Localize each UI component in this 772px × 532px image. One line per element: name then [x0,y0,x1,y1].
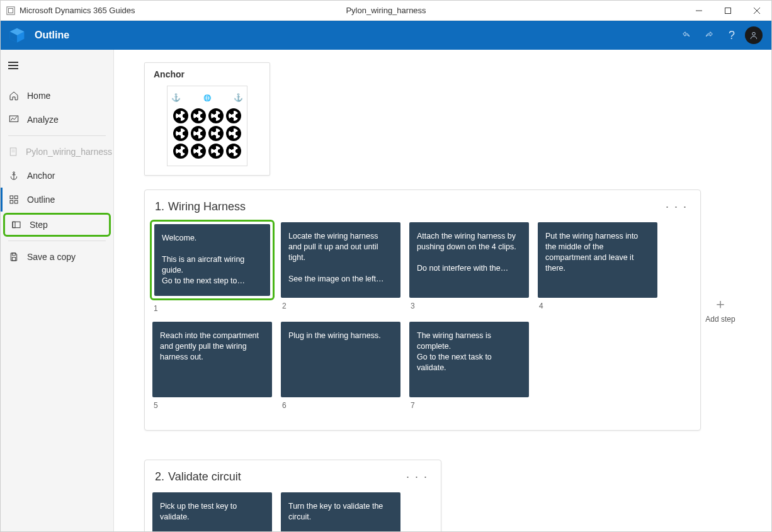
svg-rect-3 [725,8,731,13]
svg-rect-20 [14,200,18,203]
svg-point-9 [752,32,756,35]
sidebar-item-label: Pylon_wiring_harness [26,147,112,157]
step-card[interactable]: Plug in the wiring harness. [281,322,400,397]
globe-icon: 🌐 [203,94,211,101]
step-card-text: Welcome. This is an aircraft wiring guid… [154,224,270,296]
svg-rect-21 [13,222,20,227]
step-card[interactable]: Locate the wiring harness and pull it up… [281,222,400,298]
sidebar-separator [8,241,106,241]
step-card-text: Attach the wiring harness by pushing dow… [417,232,516,273]
svg-rect-0 [7,6,14,14]
task-more-button[interactable]: · · · [404,470,431,484]
svg-rect-1 [9,8,13,13]
sidebar-item-step[interactable]: Step [3,213,111,237]
marker-dot-icon [208,126,224,141]
anchor-icon [8,170,20,181]
undo-button[interactable] [677,26,696,45]
sidebar-item-save-copy[interactable]: Save a copy [1,245,113,269]
step-card-text: Put the wiring harness into the middle o… [545,232,638,273]
step-card-text: The wiring harness is complete. Go to th… [417,331,492,372]
step-number: 2 [282,302,409,310]
task-number: 2. [155,470,164,484]
marker-dot-icon [191,144,206,159]
svg-rect-23 [12,253,15,255]
step-number: 5 [154,401,281,410]
step-number: 6 [282,401,409,410]
marker-dot-icon [226,108,241,123]
step-icon [11,219,22,230]
anchor-marker-icon: ⚓ [171,93,181,102]
step-card[interactable]: Attach the wiring harness by pushing dow… [409,222,529,298]
sidebar-separator [8,135,106,136]
guides-logo-icon [8,26,26,44]
content-area: Anchor ⚓ 🌐 ⚓ 1. Wiring Harness · · · [114,50,771,531]
step-card-text: Turn the key to validate the circuit. [288,502,383,521]
anchor-preview: ⚓ 🌐 ⚓ [167,86,247,166]
step-card[interactable]: Put the wiring harness into the middle o… [538,222,657,298]
svg-rect-17 [10,196,13,199]
step-number: 3 [411,302,538,310]
analyze-icon [8,114,20,125]
step-card-text: Reach into the compartment and gently pu… [160,331,259,361]
sidebar-item-label: Outline [27,195,55,205]
marker-dot-icon [208,108,224,123]
app-bar: Outline ? [1,21,771,50]
step-number: 4 [539,302,666,310]
svg-rect-22 [13,222,15,227]
hamburger-menu-button[interactable] [1,54,113,77]
task-name[interactable]: Wiring Harness [168,200,246,213]
task-number: 1. [155,200,164,213]
add-step-button[interactable]: ＋ Add step [701,297,739,324]
marker-dot-icon [173,126,188,141]
document-icon [8,146,18,157]
step-card[interactable]: Turn the key to validate the circuit. [281,492,400,531]
task-name[interactable]: Validate circuit [168,470,241,484]
anchor-marker-icon: ⚓ [234,93,243,102]
sidebar-item-anchor[interactable]: Anchor [1,164,113,188]
task-panel-2: 2. Validate circuit · · · Pick up the te… [144,460,441,531]
step-card[interactable]: The wiring harness is complete. Go to th… [409,322,529,397]
marker-dot-icon [191,108,206,123]
step-card-text: Locate the wiring harness and pull it up… [288,232,383,283]
add-step-label: Add step [701,315,739,324]
user-avatar[interactable] [745,26,763,44]
sidebar-item-home[interactable]: Home [1,84,113,108]
app-name: Microsoft Dynamics 365 Guides [20,6,135,15]
maximize-button[interactable] [713,1,742,20]
sidebar: Home Analyze Pylon_wiring_harness Anchor [1,50,114,531]
minimize-button[interactable] [684,1,713,20]
marker-dot-icon [173,144,188,159]
svg-point-14 [13,172,15,174]
marker-dot-icon [191,126,206,141]
window-titlebar: Microsoft Dynamics 365 Guides Pylon_wiri… [1,1,771,21]
save-icon [8,251,20,263]
home-icon [8,90,20,101]
svg-rect-19 [10,200,13,203]
redo-button[interactable] [700,26,718,45]
step-card[interactable]: Pick up the test key to validate. [152,492,272,531]
marker-dot-icon [226,144,241,159]
sidebar-item-label: Step [30,220,48,230]
help-button[interactable]: ? [722,26,741,45]
marker-dot-icon [173,108,188,123]
step-card-text: Pick up the test key to validate. [160,502,237,521]
sidebar-item-label: Home [27,91,50,101]
step-card-text: Plug in the wiring harness. [288,331,381,340]
task-more-button[interactable]: · · · [663,200,690,213]
step-number: 7 [411,401,538,410]
svg-rect-24 [12,258,15,261]
step-card-selected[interactable]: Welcome. This is an aircraft wiring guid… [150,220,275,300]
document-title: Pylon_wiring_harness [346,6,426,15]
sidebar-item-label: Anchor [27,171,55,181]
sidebar-item-guide-name: Pylon_wiring_harness [1,140,113,164]
app-icon [6,6,16,16]
sidebar-item-label: Save a copy [27,252,76,262]
sidebar-item-analyze[interactable]: Analyze [1,108,113,132]
outline-icon [8,194,20,205]
close-button[interactable] [742,1,771,20]
plus-icon: ＋ [701,297,739,311]
step-number: 1 [154,304,281,313]
step-card[interactable]: Reach into the compartment and gently pu… [152,322,272,397]
anchor-card[interactable]: Anchor ⚓ 🌐 ⚓ [144,62,270,176]
sidebar-item-outline[interactable]: Outline [1,188,113,212]
